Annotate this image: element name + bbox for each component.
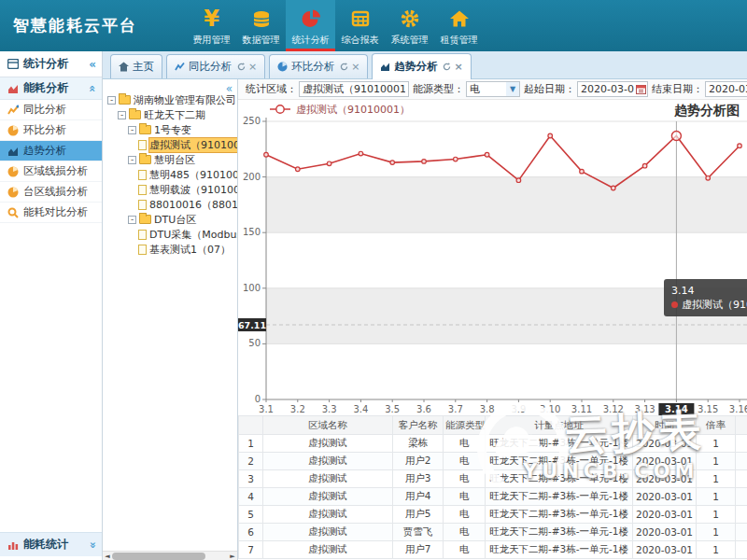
nav-item-statistics[interactable]: 统计分析 xyxy=(286,0,335,51)
refresh-tab-icon[interactable] xyxy=(237,63,246,71)
tree-node[interactable]: 88010016（8801） xyxy=(103,197,238,212)
table-row[interactable]: 6虚拟测试贾雪飞电旺龙天下二期-#3栋-一单元-1楼2020-03-011 xyxy=(239,524,747,541)
search-icon xyxy=(6,207,20,218)
sidebar-section-energy-analysis[interactable]: 能耗分析 « xyxy=(0,77,102,100)
app-header: 智慧能耗云平台 ¥ 费用管理 数据管理 统计分析 xyxy=(0,0,747,51)
tab-home[interactable]: 主页 xyxy=(110,54,162,78)
sidebar-item-qushi[interactable]: 趋势分析 xyxy=(0,141,102,161)
tree-node[interactable]: -湖南物业管理有限公司 xyxy=(103,92,238,107)
close-tab-icon[interactable]: × xyxy=(248,63,257,72)
sidebar-item-tongbi[interactable]: 同比分析 xyxy=(0,100,102,120)
tree-expander-icon[interactable]: - xyxy=(128,126,136,134)
nav-item-system[interactable]: 系统管理 xyxy=(385,0,434,51)
table-cell xyxy=(736,541,747,559)
table-cell: 虚拟测试 xyxy=(263,524,393,541)
table-cell: 虚拟测试 xyxy=(263,470,393,488)
nav-item-report[interactable]: 综合报表 xyxy=(335,0,385,51)
gear-icon xyxy=(400,6,420,32)
app-window: 智慧能耗云平台 ¥ 费用管理 数据管理 统计分析 xyxy=(0,0,747,560)
file-icon xyxy=(138,245,147,255)
tree-node-label: 基表测试1（07） xyxy=(149,243,231,257)
svg-text:250: 250 xyxy=(243,116,261,126)
tree-node[interactable]: -1号专变 xyxy=(103,122,238,137)
scroll-right-icon[interactable]: ► xyxy=(228,552,237,560)
table-cell: 2020-03-01 xyxy=(633,435,697,453)
file-icon xyxy=(138,140,147,150)
sidebar-item-nenghao-duibi[interactable]: 能耗对比分析 xyxy=(0,203,102,223)
table-cell: 1 xyxy=(697,488,736,506)
combo-arrow-icon[interactable]: ▼ xyxy=(506,82,519,96)
collapse-sidebar-icon[interactable]: « xyxy=(89,60,96,69)
tree-node[interactable]: 慧明载波（91010004） xyxy=(103,182,238,197)
calendar-icon[interactable] xyxy=(636,84,646,97)
table-row[interactable]: 2虚拟测试用户2电旺龙天下二期-#3栋-一单元-1楼2020-03-011 xyxy=(239,453,747,470)
table-header-row: 区域名称客户名称能源类型计量点地址时间倍率正 xyxy=(239,416,747,435)
svg-text:虚拟测试（91010001）: 虚拟测试（91010001） xyxy=(296,104,410,116)
tree-node[interactable]: 虚拟测试（91010001） xyxy=(103,137,238,152)
tab-qushi[interactable]: 趋势分析 × xyxy=(372,53,471,79)
table-header-cell: 计量点地址 xyxy=(486,416,633,435)
file-icon xyxy=(138,170,147,180)
table-cell: 电 xyxy=(444,435,486,453)
table-row[interactable]: 7虚拟测试用户7电旺龙天下二期-#3栋-一单元-1楼2020-03-011 xyxy=(239,541,747,559)
trend-chart[interactable]: 0501001502002503.13.23.33.43.53.63.73.83… xyxy=(238,100,747,415)
tree-node[interactable]: -旺龙天下二期 xyxy=(103,107,238,122)
end-date-input[interactable] xyxy=(705,81,747,97)
svg-text:3.16: 3.16 xyxy=(729,404,747,414)
table-row[interactable]: 5虚拟测试用户5电旺龙天下二期-#3栋-一单元-1楼2020-03-011 xyxy=(239,506,747,524)
svg-text:3.9: 3.9 xyxy=(511,404,526,414)
nav-item-fee[interactable]: ¥ 费用管理 xyxy=(187,0,236,51)
sidebar-item-huanbi[interactable]: 环比分析 xyxy=(0,120,102,141)
table-cell: 虚拟测试 xyxy=(263,541,393,559)
file-icon xyxy=(138,200,147,210)
area-chart-icon xyxy=(380,62,390,72)
region-input[interactable] xyxy=(299,81,409,97)
table-cell: 梁栋 xyxy=(393,435,444,453)
tree-node[interactable]: -DTU台区 xyxy=(103,212,238,227)
panel-window-icon xyxy=(6,59,20,69)
refresh-tab-icon[interactable] xyxy=(443,63,451,71)
tree-expander-icon[interactable]: - xyxy=(107,96,116,105)
horizontal-scrollbar[interactable]: ◄ ► xyxy=(103,551,237,560)
table-cell xyxy=(736,488,747,506)
tree-expander-icon[interactable]: - xyxy=(128,156,136,164)
table-header-cell: 正 xyxy=(736,416,747,435)
table-cell: 2 xyxy=(239,453,263,470)
svg-text:200: 200 xyxy=(243,172,261,182)
tree-node[interactable]: -慧明台区 xyxy=(103,152,238,167)
tree-node-label: 慧明载波（91010004） xyxy=(149,183,238,197)
refresh-tab-icon[interactable] xyxy=(340,63,348,71)
table-row[interactable]: 3虚拟测试用户3电旺龙天下二期-#3栋-一单元-1楼2020-03-011 xyxy=(239,470,747,488)
table-row[interactable]: 1虚拟测试梁栋电旺龙天下二期-#3栋-一单元-1楼2020-03-011 xyxy=(239,435,747,453)
tab-huanbi[interactable]: 环比分析 × xyxy=(269,54,368,78)
table-cell: 1 xyxy=(697,453,736,470)
sidebar-section-energy-stats[interactable]: 能耗统计 « xyxy=(0,532,102,556)
scrollbar-thumb[interactable] xyxy=(112,553,205,560)
tab-tongbi[interactable]: 同比分析 × xyxy=(166,54,265,78)
nav-item-data[interactable]: 数据管理 xyxy=(236,0,286,51)
tree-node[interactable]: 基表测试1（07） xyxy=(103,242,238,257)
tree-node[interactable]: DTU采集（Modbus_D xyxy=(103,227,238,242)
svg-text:3.15: 3.15 xyxy=(698,404,718,414)
yen-icon: ¥ xyxy=(204,6,219,32)
nav-item-lease[interactable]: 租赁管理 xyxy=(434,0,484,51)
svg-text:150: 150 xyxy=(243,227,261,237)
tree-node[interactable]: 慧明485（91010003） xyxy=(103,167,238,182)
table-row[interactable]: 4虚拟测试用户4电旺龙天下二期-#3栋-一单元-1楼2020-03-011 xyxy=(239,488,747,506)
red-area-chart-icon xyxy=(6,83,20,94)
sidebar-item-taiqu-xiansun[interactable]: 台区线损分析 xyxy=(0,182,102,203)
scroll-left-icon[interactable]: ◄ xyxy=(103,552,112,560)
close-tab-icon[interactable]: × xyxy=(351,63,359,72)
sidebar-panel-title[interactable]: 统计分析 « xyxy=(0,51,102,77)
chevron-up-icon[interactable]: « xyxy=(88,85,97,92)
svg-text:3.12: 3.12 xyxy=(603,404,624,414)
table-cell: 1 xyxy=(697,506,736,524)
app-title: 智慧能耗云平台 xyxy=(13,15,137,36)
tree-expander-icon[interactable]: - xyxy=(118,111,126,119)
tree-expander-icon[interactable]: - xyxy=(128,216,136,224)
close-tab-icon[interactable]: × xyxy=(454,63,462,72)
table-header-cell: 能源类型 xyxy=(444,416,486,435)
table-cell: 旺龙天下二期-#3栋-一单元-1楼 xyxy=(486,488,633,506)
chevron-down-icon[interactable]: « xyxy=(88,541,97,549)
sidebar-item-quyu-xiansun[interactable]: 区域线损分析 xyxy=(0,161,102,182)
